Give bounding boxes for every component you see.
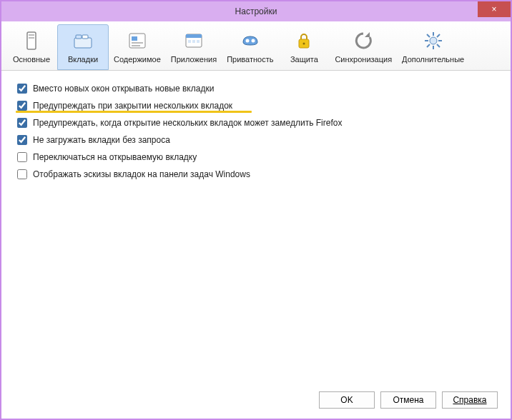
option-label: Отображать эскизы вкладок на панели зада… bbox=[33, 169, 250, 179]
toolbar-tab-tabs[interactable]: Вкладки bbox=[57, 24, 109, 70]
apps-icon bbox=[182, 29, 205, 52]
svg-line-25 bbox=[437, 44, 440, 47]
svg-rect-11 bbox=[186, 34, 202, 38]
option-checkbox[interactable] bbox=[17, 169, 27, 179]
ok-button[interactable]: OK bbox=[319, 391, 375, 409]
toolbar-tab-sync[interactable]: Синхронизация bbox=[330, 24, 397, 70]
svg-rect-12 bbox=[188, 40, 191, 43]
svg-line-24 bbox=[427, 34, 430, 37]
svg-rect-8 bbox=[132, 42, 143, 44]
option-row[interactable]: Предупреждать, когда открытие нескольких… bbox=[17, 118, 495, 128]
svg-rect-3 bbox=[74, 38, 92, 48]
option-row[interactable]: Не загружать вкладки без запроса bbox=[17, 135, 495, 145]
option-label: Предупреждать, когда открытие нескольких… bbox=[33, 118, 342, 128]
window-title: Настройки bbox=[235, 6, 277, 16]
close-button[interactable]: × bbox=[478, 1, 511, 17]
option-checkbox[interactable] bbox=[17, 152, 27, 162]
svg-line-26 bbox=[437, 34, 440, 37]
toolbar-label: Дополнительные bbox=[402, 55, 464, 64]
option-label: Вместо новых окон открывать новые вкладк… bbox=[33, 84, 214, 94]
svg-rect-13 bbox=[192, 40, 195, 43]
svg-rect-1 bbox=[29, 34, 34, 36]
security-icon bbox=[292, 29, 315, 52]
content-icon bbox=[126, 29, 149, 52]
svg-line-27 bbox=[427, 44, 430, 47]
toolbar-label: Синхронизация bbox=[335, 55, 392, 64]
svg-rect-2 bbox=[29, 37, 34, 39]
option-checkbox[interactable] bbox=[17, 118, 27, 128]
svg-point-18 bbox=[303, 43, 305, 45]
privacy-icon bbox=[239, 29, 262, 52]
svg-rect-4 bbox=[76, 35, 82, 39]
svg-rect-14 bbox=[197, 40, 200, 43]
toolbar-tab-security[interactable]: Защита bbox=[278, 24, 330, 70]
toolbar-label: Содержимое bbox=[114, 55, 161, 64]
general-icon bbox=[20, 29, 43, 52]
sync-icon bbox=[352, 29, 375, 52]
settings-window: Настройки × ОсновныеВкладкиСодержимоеПри… bbox=[0, 0, 512, 420]
option-checkbox[interactable] bbox=[17, 101, 27, 111]
close-icon: × bbox=[491, 4, 496, 14]
footer: OK Отмена Справка bbox=[1, 382, 511, 419]
toolbar-label: Приватность bbox=[227, 55, 273, 64]
svg-rect-9 bbox=[132, 45, 140, 46]
option-row[interactable]: Вместо новых окон открывать новые вкладк… bbox=[17, 84, 495, 94]
cancel-button[interactable]: Отмена bbox=[380, 391, 436, 409]
tabs-icon bbox=[72, 29, 94, 52]
toolbar-label: Защита bbox=[290, 55, 318, 64]
toolbar-tab-general[interactable]: Основные bbox=[6, 24, 57, 70]
svg-point-19 bbox=[430, 37, 437, 44]
option-row[interactable]: Предупреждать при закрытии нескольких вк… bbox=[17, 101, 495, 111]
toolbar: ОсновныеВкладкиСодержимоеПриложенияПрива… bbox=[1, 21, 511, 71]
toolbar-label: Приложения bbox=[171, 55, 217, 64]
toolbar-label: Основные bbox=[13, 55, 50, 64]
toolbar-tab-content[interactable]: Содержимое bbox=[109, 24, 166, 70]
toolbar-label: Вкладки bbox=[68, 55, 98, 64]
toolbar-tab-advanced[interactable]: Дополнительные bbox=[397, 24, 469, 70]
highlight-bar bbox=[16, 111, 252, 113]
option-row[interactable]: Отображать эскизы вкладок на панели зада… bbox=[17, 169, 495, 179]
svg-point-16 bbox=[251, 39, 255, 43]
option-row[interactable]: Переключаться на открываемую вкладку bbox=[17, 152, 495, 162]
titlebar: Настройки × bbox=[1, 1, 511, 21]
option-label: Предупреждать при закрытии нескольких вк… bbox=[33, 101, 232, 111]
option-label: Переключаться на открываемую вкладку bbox=[33, 152, 197, 162]
svg-rect-7 bbox=[132, 36, 137, 41]
toolbar-tab-apps[interactable]: Приложения bbox=[166, 24, 222, 70]
toolbar-tab-privacy[interactable]: Приватность bbox=[222, 24, 278, 70]
svg-point-15 bbox=[245, 39, 249, 43]
svg-rect-5 bbox=[82, 35, 88, 39]
option-label: Не загружать вкладки без запроса bbox=[33, 135, 170, 145]
option-checkbox[interactable] bbox=[17, 135, 27, 145]
advanced-icon bbox=[422, 29, 445, 52]
option-checkbox[interactable] bbox=[17, 84, 27, 94]
content-area: Вместо новых окон открывать новые вкладк… bbox=[1, 71, 511, 382]
help-button[interactable]: Справка bbox=[442, 391, 498, 409]
